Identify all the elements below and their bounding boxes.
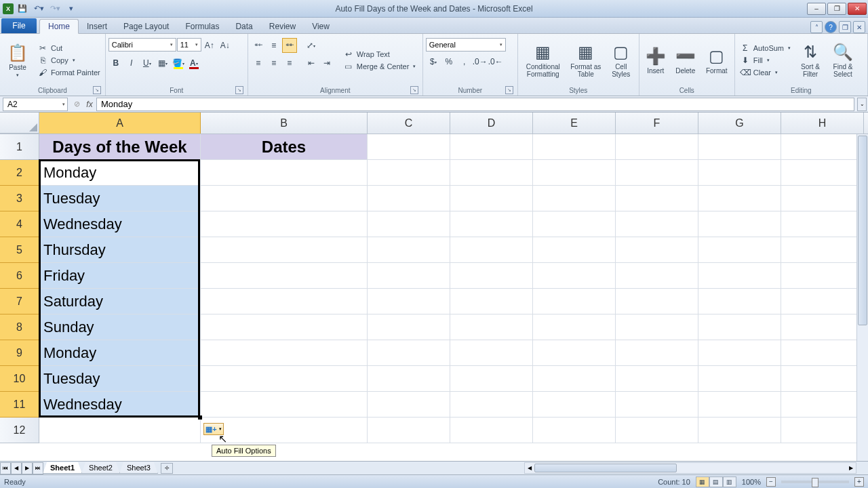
autosum-button[interactable]: ΣAutoSum▾ (738, 43, 793, 54)
cell-H5[interactable] (781, 237, 864, 263)
format-as-table-button[interactable]: ▦Format as Table (568, 35, 604, 85)
help-icon[interactable]: ? (825, 21, 837, 33)
cell-H4[interactable] (781, 211, 864, 237)
cell-A6[interactable]: Friday (39, 263, 201, 289)
window-restore-icon[interactable]: ❐ (839, 21, 851, 33)
align-right-icon[interactable]: ≡ (282, 56, 297, 70)
sheet-nav-last[interactable]: ⏭ (33, 462, 43, 474)
conditional-formatting-button[interactable]: ▦Conditional Formatting (521, 35, 566, 85)
zoom-in-button[interactable]: + (854, 477, 864, 487)
cell-B8[interactable] (201, 314, 368, 340)
italic-button[interactable]: I (124, 56, 139, 70)
normal-view-icon[interactable]: ▦ (696, 476, 709, 487)
cell-B11[interactable] (201, 392, 368, 418)
cell-F1[interactable] (616, 134, 698, 160)
number-launcher[interactable]: ↘ (505, 86, 513, 94)
cell-D4[interactable] (450, 211, 533, 237)
merge-center-button[interactable]: ▭Merge & Center▾ (341, 61, 418, 72)
cell-D10[interactable] (450, 366, 533, 392)
vscroll-thumb[interactable] (858, 136, 867, 325)
qat-undo-icon[interactable]: ↶▾ (31, 2, 46, 16)
cell-E12[interactable] (533, 418, 616, 443)
row-header-11[interactable]: 11 (0, 392, 39, 418)
cell-H10[interactable] (781, 366, 864, 392)
file-tab[interactable]: File (1, 18, 37, 33)
cell-B9[interactable] (201, 340, 368, 366)
font-color-button[interactable]: A▾ (186, 56, 201, 70)
col-header-a[interactable]: A (39, 113, 201, 134)
cell-C4[interactable] (368, 211, 450, 237)
accounting-format-icon[interactable]: $▾ (426, 54, 441, 69)
row-header-2[interactable]: 2 (0, 160, 39, 186)
cell-E11[interactable] (533, 392, 616, 418)
cell-G7[interactable] (698, 289, 781, 314)
cell-D6[interactable] (450, 263, 533, 289)
hscroll-thumb[interactable] (534, 464, 677, 472)
paste-button[interactable]: 📋 Paste ▾ (3, 35, 33, 85)
cell-A2[interactable]: Monday (39, 160, 201, 186)
cell-D11[interactable] (450, 392, 533, 418)
format-painter-button[interactable]: 🖌Format Painter (35, 67, 102, 78)
clipboard-launcher[interactable]: ↘ (93, 86, 101, 94)
cell-F12[interactable] (616, 418, 698, 443)
qat-save-icon[interactable]: 💾 (15, 2, 30, 16)
cell-C11[interactable] (368, 392, 450, 418)
cell-G4[interactable] (698, 211, 781, 237)
tab-formulas[interactable]: Formulas (177, 20, 227, 33)
fill-handle[interactable] (198, 415, 202, 420)
tab-data[interactable]: Data (227, 20, 260, 33)
cell-F4[interactable] (616, 211, 698, 237)
row-header-9[interactable]: 9 (0, 340, 39, 366)
align-middle-icon[interactable]: ≡ (267, 38, 281, 53)
sheet-nav-next[interactable]: ▶ (22, 462, 33, 474)
cell-D8[interactable] (450, 314, 533, 340)
cell-F2[interactable] (616, 160, 698, 186)
new-sheet-button[interactable]: ✧ (161, 463, 173, 474)
tab-home[interactable]: Home (39, 19, 79, 34)
comma-format-icon[interactable]: , (457, 54, 472, 69)
cell-C8[interactable] (368, 314, 450, 340)
cell-H12[interactable] (781, 418, 864, 443)
select-all-corner[interactable] (0, 113, 39, 134)
row-header-8[interactable]: 8 (0, 314, 39, 340)
fill-color-button[interactable]: 🪣▾ (171, 56, 186, 70)
minimize-ribbon-icon[interactable]: ˄ (810, 21, 823, 33)
cell-C7[interactable] (368, 289, 450, 314)
increase-decimal-icon[interactable]: .0→ (473, 54, 488, 69)
cell-G5[interactable] (698, 237, 781, 263)
cell-A3[interactable]: Tuesday (39, 186, 201, 211)
cell-F3[interactable] (616, 186, 698, 211)
cell-A5[interactable]: Thursday (39, 237, 201, 263)
cell-G2[interactable] (698, 160, 781, 186)
cell-C5[interactable] (368, 237, 450, 263)
sheet-tab-2[interactable]: Sheet2 (81, 462, 120, 474)
cell-F8[interactable] (616, 314, 698, 340)
decrease-decimal-icon[interactable]: .0← (488, 54, 503, 69)
autofill-options-button[interactable]: ▦+ ▾ (203, 423, 224, 435)
underline-button[interactable]: U▾ (140, 56, 155, 70)
borders-button[interactable]: ▦▾ (155, 56, 170, 70)
minimize-button[interactable]: – (807, 3, 826, 15)
sheet-nav-first[interactable]: ⏮ (0, 462, 11, 474)
sheet-tab-3[interactable]: Sheet3 (119, 462, 158, 474)
cell-A7[interactable]: Saturday (39, 289, 201, 314)
col-header-f[interactable]: F (616, 113, 698, 134)
cell-A1[interactable]: Days of the Week (39, 134, 201, 160)
number-format-combo[interactable]: General▾ (426, 38, 506, 52)
page-layout-view-icon[interactable]: ▤ (709, 476, 723, 487)
qat-customize-icon[interactable]: ▾ (64, 2, 79, 16)
percent-format-icon[interactable]: % (441, 54, 456, 69)
cell-C12[interactable] (368, 418, 450, 443)
qat-redo-icon[interactable]: ↷▾ (47, 2, 62, 16)
cell-B12[interactable] (201, 418, 368, 443)
zoom-level[interactable]: 100% (742, 478, 761, 486)
hscroll-left[interactable]: ◀ (525, 463, 534, 473)
cell-C3[interactable] (368, 186, 450, 211)
font-name-combo[interactable]: Calibri▾ (108, 38, 176, 52)
tab-view[interactable]: View (304, 20, 338, 33)
cell-H11[interactable] (781, 392, 864, 418)
cell-D2[interactable] (450, 160, 533, 186)
page-break-view-icon[interactable]: ▥ (723, 476, 736, 487)
cell-H8[interactable] (781, 314, 864, 340)
maximize-button[interactable]: ❐ (827, 3, 846, 15)
